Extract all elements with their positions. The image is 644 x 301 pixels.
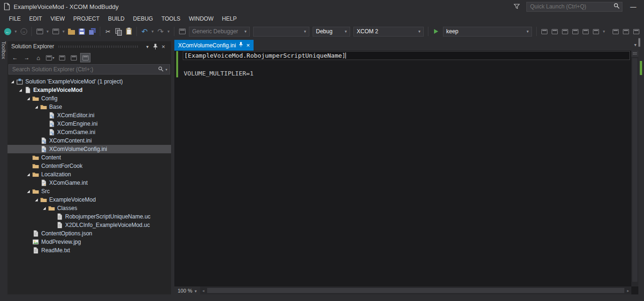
undo-dropdown[interactable] xyxy=(150,26,155,37)
menu-item-view[interactable]: VIEW xyxy=(46,13,69,24)
new-file-button[interactable] xyxy=(35,26,45,37)
new-file-dropdown[interactable] xyxy=(45,26,50,37)
tree-item[interactable]: X2DLCInfo_ExampleVoiceMod.uc xyxy=(7,221,171,229)
tree-item[interactable]: XComGame.int xyxy=(7,179,171,187)
properties-button[interactable] xyxy=(68,53,79,62)
solution-search-input[interactable] xyxy=(11,66,156,73)
window-position-dropdown[interactable] xyxy=(143,43,151,50)
tree-item[interactable]: ModPreview.jpg xyxy=(7,238,171,246)
deploy-combo[interactable]: keep xyxy=(443,27,532,37)
extension-button-1[interactable] xyxy=(611,26,621,37)
toolbar-options-dropdown[interactable] xyxy=(601,26,607,37)
start-button[interactable] xyxy=(431,26,441,37)
menu-item-file[interactable]: FILE xyxy=(5,13,25,24)
tree-item[interactable]: Src xyxy=(7,187,171,196)
tree-item[interactable]: Solution 'ExampleVoiceMod' (1 project) xyxy=(7,77,171,86)
tree-item[interactable]: ContentOptions.json xyxy=(7,229,171,238)
back-button[interactable] xyxy=(10,53,20,62)
rail-icon-2[interactable] xyxy=(639,38,640,47)
menu-item-edit[interactable]: EDIT xyxy=(25,13,46,24)
cut-button[interactable] xyxy=(103,26,113,37)
close-icon[interactable] xyxy=(159,43,167,50)
tree-item[interactable]: ExampleVoiceMod xyxy=(7,86,171,94)
menu-item-project[interactable]: PROJECT xyxy=(69,13,104,24)
tree-item[interactable]: Config xyxy=(7,94,171,103)
tree-item[interactable]: ContentForCook xyxy=(7,162,171,170)
properties-window-button[interactable] xyxy=(550,26,560,37)
add-item-dropdown[interactable] xyxy=(61,26,66,37)
pin-icon[interactable] xyxy=(239,42,243,49)
add-item-button[interactable] xyxy=(51,26,60,37)
solution-explorer-header[interactable]: Solution Explorer xyxy=(7,41,171,52)
menu-item-debug[interactable]: DEBUG xyxy=(129,13,157,24)
search-icon[interactable] xyxy=(158,65,164,74)
expand-arrow-icon[interactable] xyxy=(25,189,31,194)
expand-arrow-icon[interactable] xyxy=(33,198,39,202)
quick-launch-input[interactable] xyxy=(529,3,612,10)
object-browser-button[interactable] xyxy=(560,26,570,37)
navigate-backward-button[interactable] xyxy=(3,26,13,37)
tree-item[interactable]: Content xyxy=(7,153,171,162)
tree-item[interactable]: ReadMe.txt xyxy=(7,246,171,255)
tree-item[interactable]: XComContent.ini xyxy=(7,136,171,145)
search-options-dropdown[interactable] xyxy=(165,68,167,72)
solution-configuration-combo[interactable]: Debug xyxy=(313,27,350,37)
expand-arrow-icon[interactable] xyxy=(25,173,31,177)
tree-item[interactable]: ExampleVoiceMod xyxy=(7,196,171,204)
tree-item[interactable]: Base xyxy=(7,103,171,111)
debug-target-button[interactable] xyxy=(177,26,187,37)
pin-icon[interactable] xyxy=(151,43,159,50)
collapse-all-button[interactable] xyxy=(57,53,67,62)
horizontal-scrollbar[interactable] xyxy=(200,286,631,294)
solution-platform-combo[interactable]: XCOM 2 xyxy=(353,27,424,37)
save-all-button[interactable] xyxy=(87,26,97,37)
tab-xcomvolumeconfig-ini[interactable]: XComVolumeConfig.ini xyxy=(174,40,254,51)
close-tab-icon[interactable] xyxy=(246,42,250,49)
extension-button-2[interactable] xyxy=(621,26,631,37)
solution-search-box[interactable] xyxy=(8,64,170,75)
tree-item[interactable]: XComGame.ini xyxy=(7,128,171,136)
tree-item[interactable]: Localization xyxy=(7,170,171,179)
vertical-scrollbar-thumb[interactable] xyxy=(632,58,637,282)
tab-list-dropdown[interactable] xyxy=(634,42,637,47)
tree-item[interactable]: Classes xyxy=(7,204,171,212)
open-file-button[interactable] xyxy=(67,26,76,37)
error-list-button[interactable] xyxy=(581,26,591,37)
scroll-right-arrow[interactable] xyxy=(625,286,631,294)
menu-item-help[interactable]: HELP xyxy=(218,13,241,24)
scope-dropdown-button[interactable] xyxy=(45,53,55,62)
feedback-filter-icon[interactable] xyxy=(514,4,520,9)
navigate-forward-button[interactable] xyxy=(19,26,29,37)
tree-item[interactable]: XComEditor.ini xyxy=(7,111,171,120)
home-button[interactable] xyxy=(33,53,44,62)
tree-item[interactable]: XComEngine.ini xyxy=(7,120,171,128)
vertical-scrollbar[interactable] xyxy=(631,51,638,286)
copy-button[interactable] xyxy=(113,26,123,37)
tree-item[interactable]: RobojumperScriptUniqueName.uc xyxy=(7,212,171,221)
toolbox-side-tab[interactable]: Toolbox xyxy=(0,38,7,294)
tree-item[interactable]: XComVolumeConfig.ini xyxy=(7,145,171,153)
extension-button-3[interactable] xyxy=(631,26,641,37)
code-area[interactable]: [ExampleVoiceMod.RobojumperScriptUniqueN… xyxy=(183,51,631,286)
save-button[interactable] xyxy=(77,26,87,37)
paste-button[interactable] xyxy=(124,26,134,37)
redo-button[interactable] xyxy=(156,26,165,37)
undo-button[interactable] xyxy=(140,26,150,37)
expand-arrow-icon[interactable] xyxy=(17,88,23,92)
menu-item-build[interactable]: BUILD xyxy=(104,13,128,24)
toolbox-button[interactable] xyxy=(570,26,580,37)
zoom-control[interactable]: 100 % xyxy=(174,286,200,294)
expand-arrow-icon[interactable] xyxy=(25,97,31,101)
horizontal-scrollbar-thumb[interactable] xyxy=(207,288,624,293)
quick-launch[interactable] xyxy=(526,2,622,12)
text-editor[interactable]: [ExampleVoiceMod.RobojumperScriptUniqueN… xyxy=(174,51,631,286)
search-icon[interactable] xyxy=(614,2,620,11)
menu-item-window[interactable]: WINDOW xyxy=(185,13,218,24)
preview-selected-items-button[interactable] xyxy=(80,53,90,62)
scroll-left-arrow[interactable] xyxy=(200,286,207,294)
forward-button[interactable] xyxy=(22,53,32,62)
expand-arrow-icon[interactable] xyxy=(33,105,39,109)
debug-type-combo[interactable] xyxy=(253,27,309,37)
expand-arrow-icon[interactable] xyxy=(41,206,47,211)
editor-split-handle[interactable] xyxy=(631,51,638,57)
